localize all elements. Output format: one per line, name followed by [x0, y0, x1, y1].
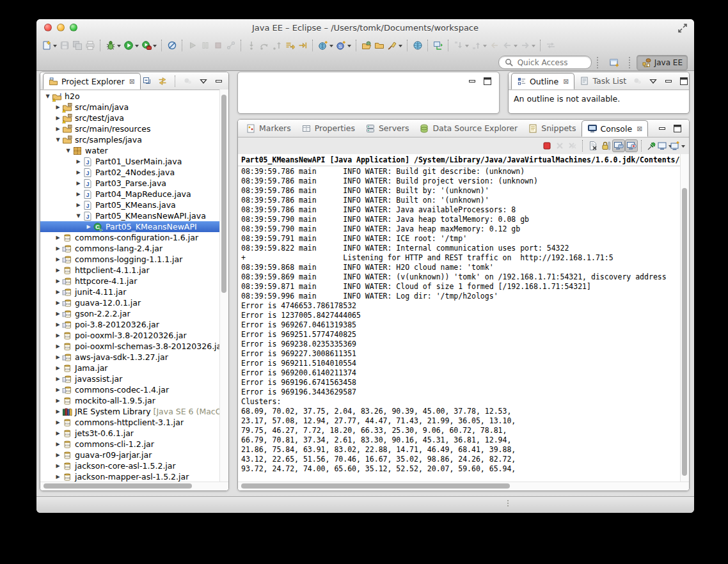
tree-item[interactable]: ▶010guava-12.0.1.jar [40, 297, 228, 308]
expand-arrow-icon[interactable]: ▶ [54, 256, 61, 262]
expand-arrow-icon[interactable]: ▶ [54, 322, 61, 327]
expand-arrow-icon[interactable]: ▶ [54, 333, 61, 338]
pin-console-button[interactable] [645, 139, 658, 152]
maximize-panel-button[interactable] [228, 75, 229, 88]
close-window-button[interactable] [44, 24, 52, 31]
clear-console-button[interactable] [587, 139, 599, 152]
close-icon[interactable]: ⊠ [563, 77, 569, 86]
expand-arrow-icon[interactable]: ▶ [54, 387, 61, 393]
use-step-filters-button[interactable] [296, 38, 309, 53]
expand-arrow-icon[interactable]: ▶ [54, 278, 61, 284]
run-button[interactable] [122, 38, 140, 53]
show-stderr-button[interactable] [625, 139, 638, 152]
expand-arrow-icon[interactable]: ▶ [54, 289, 61, 295]
tree-item[interactable]: ▶010poi-ooxml-3.8-20120326.jar [40, 330, 228, 341]
fullscreen-icon[interactable] [677, 23, 688, 33]
tab-markers[interactable]: Markers [241, 120, 296, 137]
expand-arrow-icon[interactable]: ▶ [54, 104, 61, 110]
expand-arrow-icon[interactable]: ▶ [85, 224, 92, 230]
expand-arrow-icon[interactable]: ▶ [54, 267, 61, 273]
expand-arrow-icon[interactable]: ▶ [75, 191, 82, 197]
tree-item[interactable]: ▶src/main/java [40, 102, 228, 113]
new-web-wizard-button[interactable] [317, 38, 335, 53]
title-bar[interactable]: Java EE – Eclipse – /Users/tomk/Document… [36, 19, 694, 36]
expand-arrow-icon[interactable]: ▶ [54, 419, 61, 425]
expand-arrow-icon[interactable]: ▶ [54, 409, 61, 414]
quick-access-input[interactable] [516, 58, 586, 68]
collapse-arrow-icon[interactable]: ▼ [54, 137, 61, 143]
tree-item[interactable]: ▶010gson-2.2.2.jar [40, 308, 228, 319]
maximize-panel-button[interactable] [677, 75, 690, 88]
tree-item[interactable]: ▶010commons-logging-1.1.1.jar [40, 254, 228, 265]
tab-servers[interactable]: Servers [360, 120, 415, 137]
collapse-arrow-icon[interactable]: ▼ [65, 148, 72, 153]
view-menu-button[interactable] [647, 75, 660, 88]
terminate-button[interactable] [541, 139, 553, 152]
console-output[interactable]: Part05_KMeansNewAPI [Java Application] /… [238, 154, 680, 482]
scrollbar-thumb[interactable] [44, 483, 192, 489]
expand-arrow-icon[interactable]: ▶ [75, 180, 82, 186]
sash-grip[interactable] [507, 500, 509, 506]
open-type-button[interactable] [360, 38, 373, 53]
tree-item[interactable]: ▶010jets3t-0.6.1.jar [40, 428, 228, 439]
tree-item[interactable]: ▶010jackson-mapper-asl-1.5.2.jar [40, 471, 228, 482]
expand-arrow-icon[interactable]: ▶ [54, 365, 61, 371]
tree-item[interactable]: ▶010httpclient-4.1.1.jar [40, 265, 228, 276]
expand-arrow-icon[interactable]: ▶ [54, 376, 61, 382]
java-ee-perspective-button[interactable]: Java EE [637, 55, 688, 70]
tab-snippets[interactable]: Snippets [523, 120, 581, 137]
expand-arrow-icon[interactable]: ▶ [75, 202, 82, 208]
tree-item[interactable]: ▶010javassist.jar [40, 373, 228, 384]
open-perspective-button[interactable] [605, 56, 624, 70]
expand-arrow-icon[interactable]: ▶ [54, 463, 61, 469]
external-tools-button[interactable] [140, 38, 158, 53]
minimize-panel-button[interactable] [662, 75, 675, 88]
expand-arrow-icon[interactable]: ▶ [54, 354, 61, 360]
tree-item[interactable]: ▶010poi-ooxml-schemas-3.8-20120326.jar [40, 341, 228, 352]
tree-item[interactable]: ▼Jh2o [40, 91, 228, 102]
expand-arrow-icon[interactable]: ▶ [54, 115, 61, 121]
expand-arrow-icon[interactable]: ▶ [54, 441, 61, 447]
view-menu-button[interactable] [197, 75, 210, 88]
expand-arrow-icon[interactable]: ▶ [54, 452, 61, 458]
tree-item[interactable]: ▶010mockito-all-1.9.5.jar [40, 395, 228, 406]
expand-arrow-icon[interactable]: ▶ [75, 169, 82, 175]
open-web-browser-button[interactable] [411, 38, 424, 53]
tab-properties[interactable]: Properties [296, 120, 360, 137]
tab-task-list[interactable]: Task List [574, 73, 631, 90]
expand-arrow-icon[interactable]: ▶ [54, 311, 61, 317]
tree-item[interactable]: ▶CPart05_KMeansNewAPI [40, 221, 228, 232]
tree-item[interactable]: ▶JRE System Library[Java SE 6 (MacOS X D… [40, 406, 228, 417]
project-tree-hscrollbar[interactable] [40, 482, 228, 490]
open-element-button[interactable] [386, 38, 404, 53]
collapse-arrow-icon[interactable]: ▼ [75, 213, 82, 219]
skip-all-breakpoints-button[interactable] [166, 38, 178, 53]
expand-arrow-icon[interactable]: ▶ [54, 246, 61, 251]
tree-item[interactable]: ▶010poi-3.8-20120326.jar [40, 319, 228, 330]
tree-item[interactable]: ▶JPart04_MapReduce.java [40, 189, 228, 200]
expand-arrow-icon[interactable]: ▶ [54, 474, 61, 480]
tree-item[interactable]: ▶010junit-4.11.jar [40, 286, 228, 297]
zoom-window-button[interactable] [70, 24, 77, 31]
scrollbar-thumb[interactable] [241, 483, 510, 489]
quick-access-box[interactable] [498, 56, 592, 69]
expand-arrow-icon[interactable]: ▶ [54, 398, 61, 403]
tab-data-source-explorer[interactable]: Data Source Explorer [414, 120, 523, 137]
collapse-all-button[interactable] [141, 75, 154, 88]
tree-item[interactable]: ▼water [40, 145, 228, 156]
project-tree-vscrollbar[interactable] [219, 90, 228, 482]
new-service-wizard-button[interactable]: S [335, 38, 352, 53]
collapse-arrow-icon[interactable]: ▼ [44, 93, 51, 99]
tree-item[interactable]: ▶010commons-lang-2.4.jar [40, 243, 228, 254]
tab-outline[interactable]: Outline ⊠ [511, 73, 574, 90]
tree-item[interactable]: ▶010guava-r09-jarjar.jar [40, 450, 228, 460]
tree-item[interactable]: ▶010Jama.jar [40, 363, 228, 373]
expand-arrow-icon[interactable]: ▶ [54, 126, 61, 132]
tree-item[interactable]: ▶JPart05_KMeans.java [40, 200, 228, 210]
minimize-panel-button[interactable] [212, 75, 225, 88]
tree-item[interactable]: ▶JPart01_UserMain.java [40, 156, 228, 167]
tree-item[interactable]: ▶010commons-httpclient-3.1.jar [40, 417, 228, 428]
minimize-panel-button[interactable] [656, 122, 669, 135]
scrollbar-thumb[interactable] [682, 188, 687, 476]
expand-arrow-icon[interactable]: ▶ [54, 300, 61, 306]
